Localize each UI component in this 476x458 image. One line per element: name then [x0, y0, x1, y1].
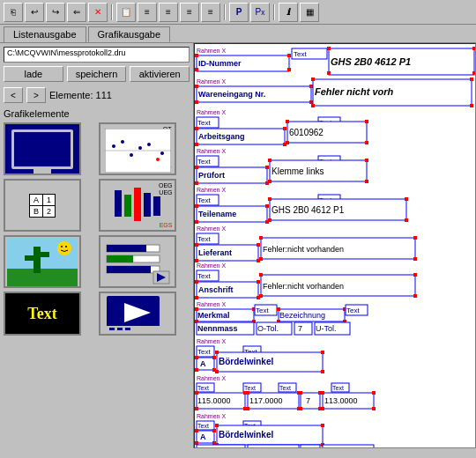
svg-text:Rahmen  X: Rahmen X — [197, 48, 226, 54]
nav-next-button[interactable]: > — [26, 87, 46, 103]
nav-prev-button[interactable]: < — [4, 87, 23, 103]
toolbar-btn-delete[interactable]: ✕ — [88, 3, 108, 22]
left-panel: C:\MCQVWIN\messprotokoll2.dru lade speic… — [0, 43, 194, 448]
toolbar-btn-align-right[interactable]: ≡ — [180, 3, 199, 22]
svg-text:115.0000: 115.0000 — [197, 396, 231, 405]
svg-text:7: 7 — [306, 396, 310, 405]
svg-rect-73 — [195, 143, 198, 146]
svg-rect-12 — [144, 193, 151, 217]
svg-text:Text: Text — [244, 385, 256, 391]
svg-text:Rahmen  X: Rahmen X — [197, 187, 226, 193]
svg-text:Rahmen  X: Rahmen X — [197, 225, 226, 232]
svg-rect-89 — [265, 166, 269, 169]
grid-item-progress[interactable] — [99, 235, 176, 288]
toolbar-btn-align-left[interactable]: ≡ — [138, 3, 157, 22]
svg-rect-96 — [268, 180, 271, 183]
svg-text:Bezeichnung: Bezeichnung — [279, 311, 325, 320]
svg-text:Text: Text — [197, 158, 211, 166]
svg-rect-78 — [365, 120, 368, 123]
svg-text:Rahmen  X: Rahmen X — [197, 262, 226, 269]
svg-rect-143 — [259, 294, 263, 298]
svg-text:A: A — [200, 359, 206, 368]
toolbar-btn-back[interactable]: ⇐ — [67, 3, 86, 22]
toolbar-btn-align-justify[interactable]: ≡ — [201, 3, 220, 22]
svg-rect-112 — [405, 197, 408, 201]
path-field[interactable]: C:\MCQVWIN\messprotokoll2.dru — [4, 47, 190, 63]
grid-item-text[interactable]: Text — [4, 292, 81, 336]
svg-text:Bördelwinkel: Bördelwinkel — [219, 357, 273, 366]
svg-text:U-Tol.: U-Tol. — [316, 324, 337, 333]
svg-rect-177 — [195, 356, 198, 359]
grid-item-table[interactable]: A1 B2 — [4, 179, 81, 232]
svg-text:Klemme links: Klemme links — [271, 166, 324, 176]
svg-rect-33 — [109, 328, 115, 330]
svg-text:Bördelwinkel: Bördelwinkel — [219, 430, 273, 440]
grid-item-monitor[interactable] — [4, 122, 81, 175]
toolbar-btn-grid[interactable]: ▦ — [300, 3, 319, 22]
svg-text:Text: Text — [197, 196, 211, 204]
toolbar-btn-align-center[interactable]: ≡ — [159, 3, 178, 22]
svg-point-19 — [57, 241, 71, 255]
svg-rect-27 — [107, 266, 151, 273]
svg-rect-17 — [25, 255, 33, 261]
svg-rect-94 — [268, 159, 271, 162]
grid-item-video[interactable] — [99, 292, 176, 336]
toolbar-btn-copy[interactable]: 📋 — [116, 3, 136, 22]
svg-text:113.0000: 113.0000 — [324, 396, 358, 405]
grid-item-cactus[interactable] — [4, 235, 81, 288]
tabs-bar: Listenausgabe Grafikausgabe — [0, 25, 476, 43]
svg-rect-11 — [134, 188, 141, 221]
toolbar-btn-new[interactable]: ⎗ — [4, 3, 23, 22]
grid-item-scatter[interactable]: OT UT — [99, 122, 176, 175]
svg-rect-88 — [195, 166, 198, 169]
svg-point-21 — [65, 246, 67, 247]
svg-rect-136 — [257, 280, 260, 284]
aktivieren-button[interactable]: aktivieren — [130, 66, 190, 82]
svg-rect-137 — [195, 296, 198, 299]
toolbar-btn-save[interactable]: ↪ — [46, 3, 65, 22]
svg-rect-72 — [283, 127, 286, 130]
table-preview: A1 B2 — [29, 194, 56, 218]
svg-text:117.0000: 117.0000 — [249, 396, 283, 405]
toolbar-btn-p2[interactable]: Px — [250, 3, 270, 22]
svg-rect-144 — [413, 294, 417, 298]
svg-text:Rahmen  X: Rahmen X — [197, 413, 226, 419]
svg-rect-245 — [323, 445, 374, 447]
action-buttons: lade speichern aktivieren — [4, 66, 190, 82]
svg-text:Rahmen  X: Rahmen X — [197, 109, 226, 115]
elements-count: Elemente: 111 — [49, 90, 112, 100]
svg-rect-39 — [195, 54, 198, 57]
svg-rect-126 — [259, 236, 263, 240]
tab-grafikausgabe[interactable]: Grafikausgabe — [88, 26, 171, 42]
tab-listenausgabe[interactable]: Listenausgabe — [4, 26, 86, 42]
right-panel: Rahmen X ID-Nummer Text GHS 2B0 4612 P — [194, 43, 476, 448]
svg-rect-13 — [153, 196, 160, 216]
svg-text:Rahmen  X: Rahmen X — [197, 338, 226, 344]
svg-rect-128 — [259, 257, 263, 261]
svg-rect-41 — [195, 68, 198, 71]
svg-point-2 — [112, 144, 115, 148]
svg-rect-141 — [259, 273, 263, 277]
svg-text:Rahmen  X: Rahmen X — [197, 301, 226, 307]
svg-rect-167 — [294, 322, 312, 335]
svg-rect-239 — [197, 445, 245, 447]
svg-rect-60 — [311, 78, 315, 81]
svg-rect-234 — [321, 424, 324, 427]
lade-button[interactable]: lade — [4, 66, 63, 82]
svg-rect-111 — [268, 197, 271, 201]
svg-rect-95 — [365, 159, 368, 162]
toolbar-btn-p[interactable]: P — [229, 3, 249, 22]
svg-rect-135 — [195, 280, 198, 284]
grid-item-bars[interactable]: OEG UEG EGS — [99, 179, 176, 232]
svg-rect-200 — [195, 407, 198, 410]
toolbar-btn-info[interactable]: ℹ — [279, 3, 298, 22]
nav-row: < > Elemente: 111 — [4, 87, 190, 103]
svg-rect-18 — [41, 252, 49, 257]
svg-rect-186 — [321, 370, 324, 373]
svg-rect-77 — [286, 120, 289, 123]
canvas-content: Rahmen X ID-Nummer Text GHS 2B0 4612 P — [195, 44, 475, 447]
svg-rect-229 — [195, 441, 198, 445]
svg-text:GHS 2B0 4612 P1: GHS 2B0 4612 P1 — [331, 56, 411, 67]
speichern-button[interactable]: speichern — [67, 66, 127, 82]
toolbar-btn-open[interactable]: ↩ — [25, 3, 44, 22]
